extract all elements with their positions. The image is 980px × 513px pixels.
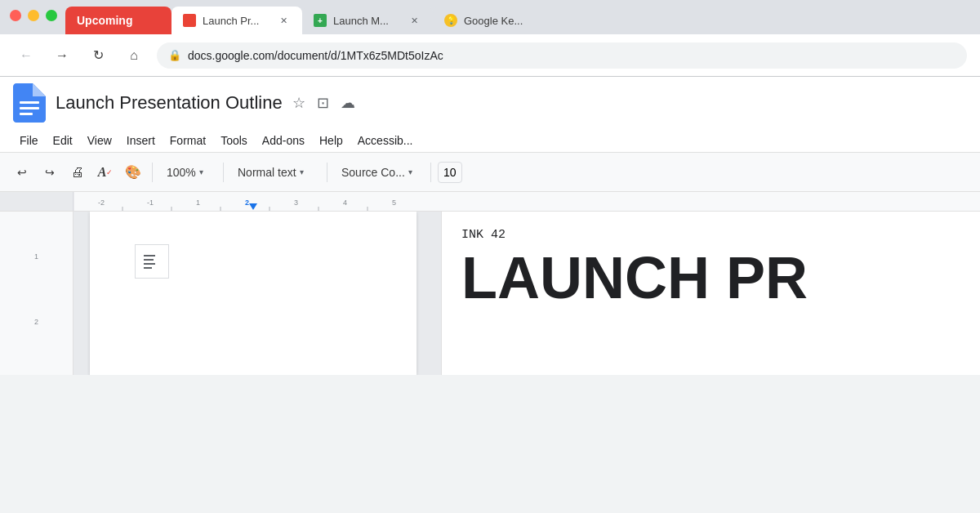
docs-menu: File Edit View Insert Format Tools Add-o… bbox=[13, 126, 967, 152]
zoom-dropdown-arrow: ▾ bbox=[199, 167, 203, 176]
spellcheck-icon: A bbox=[98, 165, 107, 180]
svg-rect-1 bbox=[20, 107, 39, 109]
address-bar: ← → ↻ ⌂ 🔒 docs.google.com/document/d/1MT… bbox=[0, 34, 980, 77]
tab-google-keep[interactable]: 💡 Google Ke... bbox=[433, 7, 539, 34]
document-content[interactable]: INK 42 LAUNCH PR bbox=[441, 212, 980, 375]
paint-icon: 🎨 bbox=[125, 164, 141, 180]
menu-file[interactable]: File bbox=[13, 129, 45, 152]
svg-rect-19 bbox=[144, 259, 154, 261]
menu-insert[interactable]: Insert bbox=[120, 129, 162, 152]
font-dropdown[interactable]: Source Co... ▾ bbox=[334, 160, 424, 185]
paragraph-style-dropdown[interactable]: Normal text ▾ bbox=[230, 160, 320, 185]
minimize-button[interactable] bbox=[28, 10, 39, 21]
print-button[interactable]: 🖨 bbox=[65, 160, 90, 185]
tab-launch-p-label: Launch Pr... bbox=[203, 15, 270, 27]
svg-text:-1: -1 bbox=[147, 199, 154, 207]
menu-format[interactable]: Format bbox=[163, 129, 212, 152]
svg-text:1: 1 bbox=[196, 199, 200, 207]
menu-view[interactable]: View bbox=[81, 129, 118, 152]
docs-header: Launch Presentation Outline ☆ ⊡ ☁ File E… bbox=[0, 77, 980, 153]
menu-addons[interactable]: Add-ons bbox=[256, 129, 311, 152]
toolbar-divider-4 bbox=[430, 163, 431, 182]
menu-accessibility[interactable]: Accessib... bbox=[351, 129, 420, 152]
tab-launch-presentation[interactable]: Launch Pr... ✕ bbox=[172, 7, 302, 34]
tab-launch-m-close[interactable]: ✕ bbox=[407, 13, 421, 28]
forward-button[interactable]: → bbox=[49, 42, 75, 69]
toc-svg bbox=[142, 252, 162, 271]
svg-rect-21 bbox=[144, 267, 152, 269]
style-dropdown-arrow: ▾ bbox=[300, 167, 304, 176]
redo-icon: ↪ bbox=[45, 166, 55, 179]
font-dropdown-arrow: ▾ bbox=[408, 167, 412, 176]
ruler-main: -2 -1 1 2 3 4 5 bbox=[74, 192, 980, 211]
svg-rect-18 bbox=[144, 255, 155, 256]
paint-format-button[interactable]: 🎨 bbox=[121, 160, 145, 185]
print-icon: 🖨 bbox=[71, 165, 84, 180]
cloud-icon[interactable]: ☁ bbox=[339, 92, 357, 114]
tab-upcoming[interactable]: Upcoming bbox=[65, 7, 172, 34]
page-left-panel bbox=[74, 212, 441, 375]
spell-check-button[interactable]: A✓ bbox=[93, 160, 118, 185]
tab-upcoming-label: Upcoming bbox=[77, 14, 160, 27]
tab-launch-m-label: Launch M... bbox=[333, 15, 400, 27]
docs-title-row: Launch Presentation Outline ☆ ⊡ ☁ bbox=[56, 92, 357, 114]
toolbar: ↩ ↪ 🖨 A✓ 🎨 100% ▾ Normal text ▾ Source C… bbox=[0, 153, 980, 192]
ruler-svg: -2 -1 1 2 3 4 5 bbox=[74, 192, 980, 211]
font-size-input[interactable]: 10 bbox=[438, 162, 462, 183]
svg-text:5: 5 bbox=[392, 199, 396, 207]
tab-sheets-icon: + bbox=[314, 14, 327, 27]
ruler-left-margin bbox=[0, 192, 74, 211]
tab-bar: Upcoming Launch Pr... ✕ + Launch M... ✕ … bbox=[0, 0, 980, 34]
toolbar-divider-1 bbox=[152, 163, 153, 182]
style-value: Normal text bbox=[238, 166, 296, 179]
page-canvas bbox=[90, 212, 416, 375]
table-of-contents-icon bbox=[135, 244, 169, 279]
svg-text:-2: -2 bbox=[98, 199, 105, 207]
vertical-ruler: 1 2 bbox=[34, 244, 38, 334]
toolbar-divider-2 bbox=[223, 163, 224, 182]
home-button[interactable]: ⌂ bbox=[121, 42, 147, 69]
undo-button[interactable]: ↩ bbox=[10, 160, 34, 185]
document-title[interactable]: Launch Presentation Outline bbox=[56, 92, 283, 114]
ruler-mark-1: 1 bbox=[34, 244, 38, 269]
reload-button[interactable]: ↻ bbox=[85, 42, 111, 69]
lock-icon: 🔒 bbox=[168, 49, 181, 61]
ruler: -2 -1 1 2 3 4 5 bbox=[0, 192, 980, 212]
toolbar-divider-3 bbox=[327, 163, 327, 182]
url-bar[interactable]: 🔒 docs.google.com/document/d/1MTx6z5MDt5… bbox=[157, 42, 967, 69]
move-icon[interactable]: ⊡ bbox=[315, 92, 331, 114]
sidebar-left: 1 2 bbox=[0, 212, 74, 375]
url-text: docs.google.com/document/d/1MTx6z5MDt5oI… bbox=[188, 49, 443, 62]
menu-help[interactable]: Help bbox=[313, 129, 350, 152]
undo-icon: ↩ bbox=[17, 166, 27, 179]
tab-launch-meetings[interactable]: + Launch M... ✕ bbox=[302, 7, 433, 34]
star-icon[interactable]: ☆ bbox=[291, 92, 307, 114]
tab-gmail-icon bbox=[183, 14, 196, 27]
ruler-mark-2: 2 bbox=[34, 310, 38, 334]
svg-text:2: 2 bbox=[245, 199, 249, 207]
redo-button[interactable]: ↪ bbox=[38, 160, 62, 185]
document-subtitle: INK 42 bbox=[461, 228, 960, 242]
back-button[interactable]: ← bbox=[13, 42, 39, 69]
docs-title-info: Launch Presentation Outline ☆ ⊡ ☁ bbox=[56, 92, 357, 114]
menu-edit[interactable]: Edit bbox=[47, 129, 79, 152]
zoom-value: 100% bbox=[167, 166, 196, 179]
window-controls bbox=[10, 10, 57, 21]
zoom-dropdown[interactable]: 100% ▾ bbox=[159, 160, 216, 185]
google-docs-icon bbox=[13, 83, 46, 123]
document-main-title: LAUNCH PR bbox=[461, 248, 960, 307]
maximize-button[interactable] bbox=[46, 10, 57, 21]
svg-text:4: 4 bbox=[343, 199, 347, 207]
tab-keep-icon: 💡 bbox=[444, 14, 457, 27]
svg-marker-11 bbox=[249, 203, 257, 210]
svg-rect-20 bbox=[144, 263, 155, 265]
tab-google-k-label: Google Ke... bbox=[464, 15, 528, 27]
tab-launch-p-close[interactable]: ✕ bbox=[276, 13, 291, 28]
svg-text:3: 3 bbox=[294, 199, 298, 207]
svg-rect-0 bbox=[20, 101, 39, 104]
menu-tools[interactable]: Tools bbox=[214, 129, 254, 152]
font-value: Source Co... bbox=[341, 166, 405, 179]
close-button[interactable] bbox=[10, 10, 21, 21]
document-area: 1 2 INK 42 LAUNCH PR bbox=[0, 212, 980, 375]
svg-rect-2 bbox=[20, 113, 33, 115]
